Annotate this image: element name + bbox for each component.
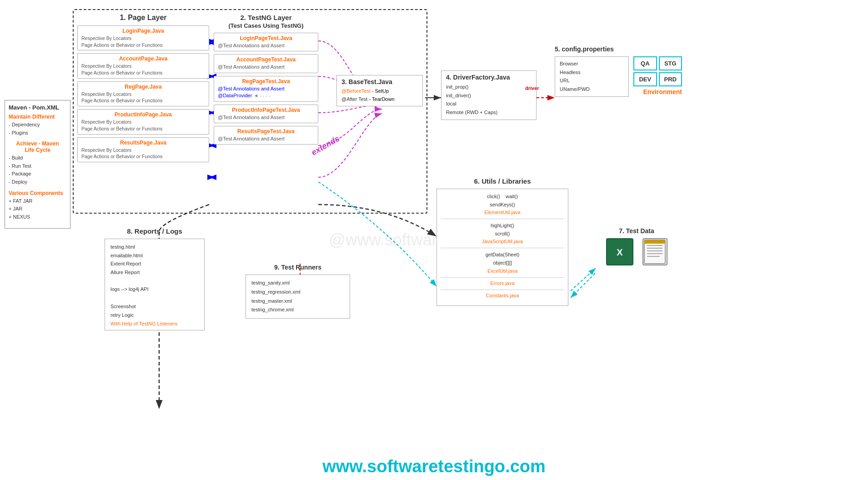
basetest-box: 3. BaseTest.Java @BeforeTest - SetUp @Af… <box>336 75 423 106</box>
config-box: 5. config.properties BrowserHeadlessURLU… <box>555 45 682 97</box>
before-test-label: @BeforeTest <box>341 88 371 94</box>
reports-title: 8. Reports / Logs <box>105 227 205 235</box>
element-util-file: ElementUtil.java <box>441 210 564 215</box>
config-text: BrowserHeadlessURLUName/PWD <box>555 56 629 97</box>
constants-file: Constants.java <box>441 293 564 298</box>
main-container: @www.softwaretestingo.com Maven - Pom.XM… <box>0 0 868 480</box>
resultstest-text: @Test Annotations and Assert <box>218 135 314 142</box>
env-qa: QA <box>633 56 657 70</box>
env-prd: PRD <box>659 72 682 86</box>
account-page-box: AccountPage.Java Respective By LocatorsP… <box>77 53 209 78</box>
reports-text: testng.html emailable.html Extent Report… <box>110 243 199 319</box>
driverfactory-text: init_prop() init_driver() local Remote (… <box>446 83 532 117</box>
errors-section: Errors.java <box>441 280 564 286</box>
javascript-util-section: highLight()scroll() JavaScriptUtil.java <box>441 222 564 244</box>
testrunners-box: 9. Test Runners testng_sanity.xml testng… <box>246 264 350 319</box>
maven-maintain-title: Maintain Different <box>9 114 66 120</box>
svg-line-28 <box>571 273 596 298</box>
driver-label: driver <box>525 85 539 91</box>
productinfo-page-box: ProductInfoPage.Java Respective By Locat… <box>77 109 209 134</box>
producttest-title: ProductInfoPageTest.Java <box>218 107 314 113</box>
reports-box: 8. Reports / Logs testng.html emailable.… <box>105 227 205 330</box>
reports-inner: testng.html emailable.html Extent Report… <box>105 239 205 330</box>
account-page-title: AccountPage.Java <box>81 55 205 62</box>
element-util-methods: click() wait()sendKeys() <box>441 193 564 209</box>
reg-page-text: Respective By LocatorsPage Actions or Be… <box>81 91 205 104</box>
svg-line-27 <box>571 268 596 291</box>
maven-components-list: + FAT JAR+ JAR+ NEXUS <box>9 197 66 221</box>
element-util-section: click() wait()sendKeys() ElementUtil.jav… <box>441 193 564 215</box>
svg-text:X: X <box>617 247 623 257</box>
utils-inner: click() wait()sendKeys() ElementUtil.jav… <box>437 189 568 306</box>
accounttest-text: @Test Annotations and Assert <box>218 64 314 70</box>
testdata-box: 7. Test Data X <box>596 227 677 265</box>
resultstest-box: ResultsPageTest.Java @Test Annotations a… <box>214 126 318 145</box>
svg-rect-8 <box>644 240 665 244</box>
regtest-text: @Test Annotations and Assert@DataProvide… <box>218 85 314 100</box>
utils-box: 6. Utils / Libraries click() wait()sendK… <box>437 177 568 306</box>
testdata-title: 7. Test Data <box>596 227 677 235</box>
environment-label: Environment <box>633 88 682 95</box>
excel-util-section: getData(Sheet)object[][] ExcelUtil.java <box>441 251 564 273</box>
testrunners-title: 9. Test Runners <box>246 264 350 271</box>
login-page-title: LoginPage.Java <box>81 28 205 34</box>
accounttest-box: AccountPageTest.Java @Test Annotations a… <box>214 54 318 73</box>
login-page-text: Respective By LocatorsPage Actions or Be… <box>81 35 205 48</box>
results-page-box: ResultsPage.Java Respective By LocatorsP… <box>77 137 209 162</box>
login-page-box: LoginPage.Java Respective By LocatorsPag… <box>77 25 209 50</box>
javascript-util-methods: highLight()scroll() <box>441 222 564 238</box>
after-test-label: @After Test <box>341 96 367 102</box>
driverfactory-box: 4. DriverFactory.Java init_prop() init_d… <box>441 70 537 120</box>
producttest-text: @Test Annotations and Assert <box>218 114 314 121</box>
maven-achieve-title: Achieve - MavenLife Cycle <box>9 140 66 153</box>
testng-layer-title: 2. TestNG Layer(Test Cases Using TestNG) <box>214 14 318 29</box>
producttest-box: ProductInfoPageTest.Java @Test Annotatio… <box>214 105 318 123</box>
results-page-title: ResultsPage.Java <box>81 140 205 146</box>
page-layer-title: 1. Page Layer <box>77 14 209 22</box>
javascript-util-file: JavaScriptUtil.java <box>441 239 564 244</box>
errors-file: Errors.java <box>441 280 564 286</box>
page-layer: 1. Page Layer LoginPage.Java Respective … <box>77 14 209 165</box>
account-page-text: Respective By LocatorsPage Actions or Be… <box>81 63 205 76</box>
utils-title: 6. Utils / Libraries <box>437 177 568 185</box>
excel-icon: X <box>606 238 633 265</box>
notepad-icon <box>642 238 667 265</box>
testrunners-inner: testng_sanity.xml testng_regression.xml … <box>246 275 350 319</box>
excel-util-file: ExcelUtil.java <box>441 268 564 274</box>
reports-footer: With Help of TestNG Listeners <box>110 321 199 326</box>
driverfactory-title: 4. DriverFactory.Java <box>446 74 532 81</box>
maven-maintain-list: - Dependency- Plugins <box>9 121 66 137</box>
reg-page-title: RegPage.Java <box>81 84 205 90</box>
logintest-text: @Test Annotations and Assert <box>218 42 314 49</box>
basetest-text: @BeforeTest - SetUp @After Test - TearDo… <box>341 87 418 103</box>
maven-panel: Maven - Pom.XML Maintain Different - Dep… <box>5 100 70 229</box>
maven-components-title: Various Components <box>9 190 66 196</box>
testng-layer: 2. TestNG Layer(Test Cases Using TestNG)… <box>214 14 318 147</box>
maven-achieve-list: - Build- Run Test- Package- Deploy <box>9 154 66 186</box>
constants-section: Constants.java <box>441 293 564 298</box>
config-right: QA STG DEV PRD Environment <box>633 56 682 95</box>
config-title: 5. config.properties <box>555 45 682 53</box>
env-grid: QA STG DEV PRD <box>633 56 682 86</box>
productinfo-page-text: Respective By LocatorsPage Actions or Be… <box>81 119 205 132</box>
regtest-box: RegPageTest.Java @Test Annotations and A… <box>214 76 318 102</box>
logintest-box: LoginPageTest.Java @Test Annotations and… <box>214 33 318 51</box>
bottom-url: www.softwaretestingo.com <box>322 457 546 476</box>
results-page-text: Respective By LocatorsPage Actions or Be… <box>81 147 205 160</box>
regtest-title: RegPageTest.Java <box>218 78 314 85</box>
accounttest-title: AccountPageTest.Java <box>218 56 314 63</box>
reg-page-box: RegPage.Java Respective By LocatorsPage … <box>77 81 209 106</box>
config-content: BrowserHeadlessURLUName/PWD QA STG DEV P… <box>555 56 682 97</box>
env-stg: STG <box>659 56 682 70</box>
logintest-title: LoginPageTest.Java <box>218 35 314 41</box>
excel-util-methods: getData(Sheet)object[][] <box>441 251 564 267</box>
resultstest-title: ResultsPageTest.Java <box>218 128 314 135</box>
testdata-icons: X <box>596 238 677 265</box>
productinfo-page-title: ProductInfoPage.Java <box>81 111 205 118</box>
maven-title: Maven - Pom.XML <box>9 104 66 111</box>
testrunners-text: testng_sanity.xml testng_regression.xml … <box>251 279 344 315</box>
basetest-title: 3. BaseTest.Java <box>341 78 418 85</box>
env-dev: DEV <box>633 72 657 86</box>
